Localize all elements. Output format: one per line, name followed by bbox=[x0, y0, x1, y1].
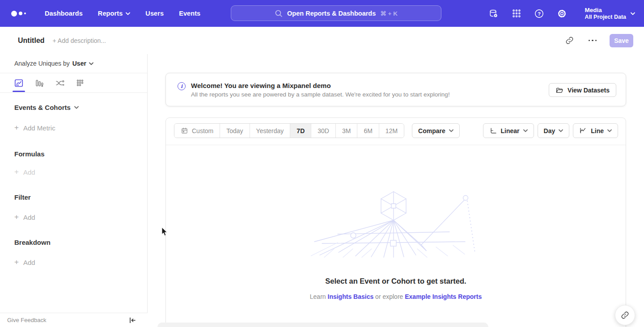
line-chart-icon bbox=[579, 127, 587, 135]
date-range-30d[interactable]: 30D bbox=[311, 124, 335, 138]
link-icon bbox=[621, 311, 629, 319]
project-scope: All Project Data bbox=[585, 14, 626, 21]
report-title[interactable]: Untitled bbox=[18, 37, 45, 45]
formulas-header: Formulas bbox=[14, 150, 147, 158]
date-range-3m[interactable]: 3M bbox=[335, 124, 357, 138]
retention-dots-icon bbox=[75, 78, 86, 88]
nav-item-events[interactable]: Events bbox=[179, 10, 200, 17]
view-datasets-button[interactable]: View Datasets bbox=[549, 83, 616, 97]
calendar-icon bbox=[181, 127, 188, 134]
empty-state-title: Select an Event or Cohort to get started… bbox=[325, 277, 466, 285]
events-cohorts-header[interactable]: Events & Cohorts bbox=[14, 104, 147, 111]
nav-item-users[interactable]: Users bbox=[145, 10, 164, 17]
global-search-input[interactable]: Open Reports & Dashboards ⌘ + K bbox=[231, 5, 441, 21]
chevron-down-icon bbox=[126, 12, 130, 15]
date-range-6m[interactable]: 6M bbox=[357, 124, 378, 138]
breakdown-header: Breakdown bbox=[14, 239, 147, 246]
example-insights-reports-link[interactable]: Example Insights Reports bbox=[405, 293, 482, 300]
give-feedback-link[interactable]: Give Feedback bbox=[7, 317, 46, 323]
add-filter-button[interactable]: + Add bbox=[14, 213, 147, 222]
tab-flows[interactable] bbox=[55, 74, 65, 92]
settings-gear-icon[interactable] bbox=[557, 8, 568, 19]
demo-welcome-banner: i Welcome! You are viewing a Mixpanel de… bbox=[165, 73, 626, 106]
empty-state-links: Learn Insights Basics or explore Example… bbox=[310, 293, 482, 300]
insights-report-card: Custom Today Yesterday 7D 30D 3M 6M 12M … bbox=[165, 117, 626, 327]
project-switcher[interactable]: Media All Project Data bbox=[585, 6, 635, 21]
chevron-down-icon bbox=[449, 129, 453, 132]
chevron-down-icon bbox=[523, 129, 528, 132]
add-metric-button[interactable]: + Add Metric bbox=[14, 123, 147, 132]
empty-state-illustration bbox=[311, 189, 481, 258]
date-range-today[interactable]: Today bbox=[220, 124, 249, 138]
date-range-custom[interactable]: Custom bbox=[174, 124, 220, 138]
search-placeholder: Open Reports & Dashboards bbox=[287, 10, 376, 17]
banner-title: Welcome! You are viewing a Mixpanel demo bbox=[191, 82, 450, 89]
chart-type-selector-button[interactable]: Line bbox=[573, 123, 618, 138]
report-description-placeholder[interactable]: + Add description... bbox=[53, 37, 106, 44]
mixpanel-logo-icon[interactable] bbox=[11, 11, 26, 17]
insights-chart-icon bbox=[13, 78, 24, 88]
empty-state: Select an Event or Cohort to get started… bbox=[166, 145, 626, 300]
scale-selector-button[interactable]: Linear bbox=[483, 123, 534, 138]
copy-link-icon[interactable] bbox=[563, 34, 576, 47]
insights-basics-link[interactable]: Insights Basics bbox=[328, 293, 374, 300]
date-range-12m[interactable]: 12M bbox=[379, 124, 404, 138]
axes-icon bbox=[489, 127, 497, 135]
query-builder-sidebar: Analyze Uniques by User Events & Cohorts… bbox=[0, 54, 148, 327]
date-range-segmented-control: Custom Today Yesterday 7D 30D 3M 6M 12M bbox=[174, 123, 404, 138]
svg-text:?: ? bbox=[538, 11, 541, 16]
filter-header: Filter bbox=[14, 193, 147, 201]
search-shortcut: ⌘ + K bbox=[380, 10, 398, 17]
next-section-peek bbox=[157, 323, 488, 327]
data-management-icon[interactable] bbox=[488, 8, 499, 19]
chevron-down-icon bbox=[607, 129, 612, 132]
project-name: Media bbox=[585, 6, 626, 14]
analyze-label: Analyze Uniques by bbox=[14, 60, 70, 67]
tab-retention[interactable] bbox=[75, 74, 86, 92]
collapse-sidebar-icon[interactable] bbox=[129, 317, 136, 323]
tab-funnels[interactable] bbox=[34, 74, 45, 92]
add-formula-button[interactable]: + Add bbox=[14, 168, 147, 176]
date-range-yesterday[interactable]: Yesterday bbox=[250, 124, 290, 138]
banner-subtitle: All the reports you see are powered by a… bbox=[191, 91, 450, 98]
date-range-7d[interactable]: 7D bbox=[290, 124, 311, 138]
nav-item-reports[interactable]: Reports bbox=[98, 10, 131, 17]
granularity-selector-button[interactable]: Day bbox=[538, 123, 570, 138]
more-options-icon[interactable] bbox=[586, 34, 599, 47]
top-nav: Dashboards Reports Users Events Open Rep… bbox=[0, 0, 644, 27]
apps-grid-icon[interactable] bbox=[511, 8, 522, 19]
save-button[interactable]: Save bbox=[610, 34, 633, 47]
chevron-down-icon bbox=[559, 129, 563, 132]
analyze-by-dropdown[interactable]: User bbox=[72, 60, 93, 67]
search-icon bbox=[275, 9, 283, 17]
tab-insights[interactable] bbox=[13, 74, 24, 92]
chevron-down-icon bbox=[89, 62, 93, 65]
nav-item-dashboards[interactable]: Dashboards bbox=[45, 10, 83, 17]
folder-icon bbox=[555, 86, 564, 94]
share-link-floating-button[interactable] bbox=[615, 305, 635, 325]
info-icon: i bbox=[178, 82, 186, 90]
chevron-down-icon bbox=[74, 106, 79, 109]
add-breakdown-button[interactable]: + Add bbox=[14, 258, 147, 267]
chevron-down-icon bbox=[631, 12, 635, 15]
flows-icon bbox=[55, 78, 65, 88]
main-content: i Welcome! You are viewing a Mixpanel de… bbox=[148, 54, 644, 327]
bar-chart-icon bbox=[34, 78, 45, 88]
help-icon[interactable]: ? bbox=[534, 8, 545, 19]
compare-button[interactable]: Compare bbox=[412, 123, 460, 138]
report-header: Untitled + Add description... Save bbox=[0, 27, 644, 54]
